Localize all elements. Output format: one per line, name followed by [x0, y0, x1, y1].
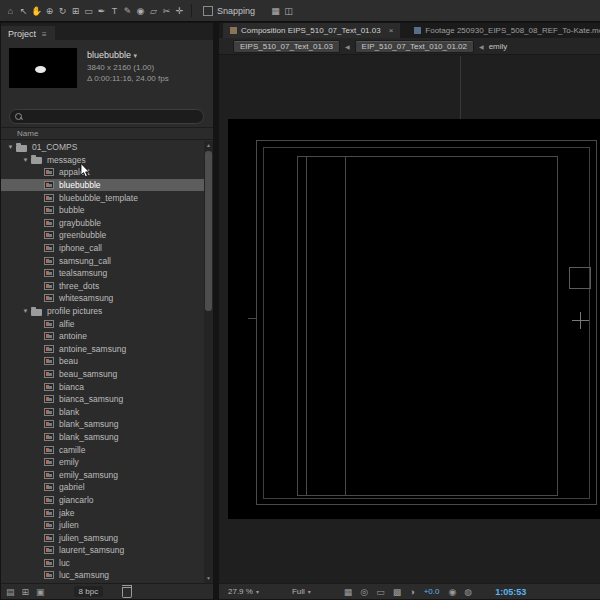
hand-tool-icon[interactable]: ✋ — [30, 3, 43, 19]
tree-item-samsung-call[interactable]: samsung_call — [1, 254, 204, 267]
exposure-value[interactable]: +0.0 — [424, 587, 440, 596]
tree-item-three-dots[interactable]: three_dots — [1, 280, 204, 293]
pan-behind-tool-icon[interactable]: ⊞ — [69, 3, 82, 19]
tree-item-blank-samsung[interactable]: blank_samsung — [1, 418, 204, 431]
resolution-dropdown[interactable]: Full — [292, 587, 311, 596]
eraser-tool-icon[interactable]: ▱ — [147, 3, 160, 19]
tree-item-bianca[interactable]: bianca — [1, 380, 204, 393]
tree-item-antoine-samsung[interactable]: antoine_samsung — [1, 343, 204, 356]
selected-item-name[interactable]: bluebubble ▾ — [87, 50, 137, 60]
twirl-down-icon[interactable]: ▼ — [20, 157, 31, 163]
tree-item-label: giancarlo — [59, 495, 94, 505]
twirl-down-icon[interactable]: ▼ — [5, 144, 16, 150]
tree-item-gabriel[interactable]: gabriel — [1, 481, 204, 494]
selection-tool-icon[interactable]: ↖ — [17, 3, 30, 19]
tree-item-emily[interactable]: emily — [1, 456, 204, 469]
tree-item-luc[interactable]: luc — [1, 557, 204, 570]
magnification-dropdown[interactable]: 27.9 % — [228, 587, 259, 596]
tree-item-beau-samsung[interactable]: beau_samsung — [1, 368, 204, 381]
tree-item-blank-samsung[interactable]: blank_samsung — [1, 431, 204, 444]
breadcrumb-item[interactable]: EIP_510_07_Text_010_01.02 — [355, 40, 474, 53]
tree-item-giancarlo[interactable]: giancarlo — [1, 494, 204, 507]
chevron-down-icon[interactable]: ▾ — [134, 52, 138, 59]
roto-brush-tool-icon[interactable]: ✂ — [160, 3, 173, 19]
zoom-tool-icon[interactable]: ⊕ — [43, 3, 56, 19]
tree-item-01-comps[interactable]: ▼01_COMPS — [1, 141, 204, 154]
composition-icon — [44, 483, 54, 491]
composition-tab-icon — [230, 27, 237, 34]
tree-item-appalert[interactable]: appalert — [1, 166, 204, 179]
composition-icon — [44, 546, 54, 554]
scroll-up-icon[interactable]: ▲ — [204, 141, 213, 150]
show-snapshot-icon[interactable]: ◍ — [464, 587, 472, 597]
delete-icon[interactable] — [122, 585, 132, 598]
take-snapshot-icon[interactable]: ◉ — [448, 587, 456, 597]
tree-item-bluebubble-template[interactable]: bluebubble_template — [1, 191, 204, 204]
tree-item-bianca-samsung[interactable]: bianca_samsung — [1, 393, 204, 406]
color-depth-button[interactable]: 8 bpc — [74, 586, 104, 597]
region-of-interest-icon[interactable]: ▭ — [376, 587, 385, 597]
tree-item-tealsamsung[interactable]: tealsamsung — [1, 267, 204, 280]
transparency-grid-icon[interactable]: ▩ — [393, 587, 402, 597]
shape-tool-icon[interactable]: ▭ — [82, 3, 95, 19]
tree-item-iphone-call[interactable]: iphone_call — [1, 242, 204, 255]
search-input[interactable] — [22, 112, 186, 122]
tree-item-jake[interactable]: jake — [1, 506, 204, 519]
tree-item-laurent-samsung[interactable]: laurent_samsung — [1, 544, 204, 557]
tree-item-whitesamsung[interactable]: whitesamsung — [1, 292, 204, 305]
mask-visibility-icon[interactable]: ◎ — [360, 587, 368, 597]
current-timecode[interactable]: 1:05:53 — [495, 587, 526, 597]
panel-menu-icon[interactable]: ≡ — [42, 30, 47, 39]
close-icon[interactable]: × — [389, 26, 394, 35]
tree-item-antoine[interactable]: antoine — [1, 330, 204, 343]
search-box[interactable] — [9, 109, 204, 124]
tab-footage[interactable]: Footage 250930_EIPS_508_08_REF_To-Kate.m… — [414, 26, 600, 35]
tree-item-camille[interactable]: camille — [1, 443, 204, 456]
snapping-options-icon[interactable]: ▦ — [269, 3, 282, 19]
composition-panel: Composition EIPS_510_07_Text_01.03 × Foo… — [219, 23, 600, 599]
home-icon[interactable]: ⌂ — [4, 3, 17, 19]
tab-composition[interactable]: Composition EIPS_510_07_Text_01.03 × — [223, 23, 400, 38]
tree-item-emily-samsung[interactable]: emily_samsung — [1, 468, 204, 481]
breadcrumb-item[interactable]: emily — [489, 42, 508, 51]
tree-item-greenbubble[interactable]: greenbubble — [1, 229, 204, 242]
grid-options-icon[interactable]: ◫ — [282, 3, 295, 19]
interpret-footage-icon[interactable]: ▤ — [6, 585, 15, 599]
name-column-header[interactable]: Name — [1, 127, 213, 140]
project-tab[interactable]: Project ≡ — [1, 26, 55, 43]
composition-icon — [44, 446, 54, 454]
tree-item-julien[interactable]: julien — [1, 519, 204, 532]
composition-icon — [44, 559, 54, 567]
clone-stamp-tool-icon[interactable]: ◉ — [134, 3, 147, 19]
new-folder-icon[interactable]: ⊞ — [22, 585, 30, 599]
brush-tool-icon[interactable]: ✎ — [121, 3, 134, 19]
tree-item-label: jake — [59, 508, 75, 518]
tree-item-luc-samsung[interactable]: luc_samsung — [1, 569, 204, 582]
snapping-checkbox[interactable] — [203, 6, 213, 16]
twirl-down-icon[interactable]: ▼ — [20, 308, 31, 314]
grid-and-guides-icon[interactable]: ▦ — [344, 587, 353, 597]
tree-item-graybubble[interactable]: graybubble — [1, 217, 204, 230]
type-tool-icon[interactable]: T — [108, 3, 121, 19]
scroll-down-icon[interactable]: ▼ — [204, 574, 213, 583]
pasteboard-guide-line — [460, 56, 461, 119]
puppet-tool-icon[interactable]: ✛ — [173, 3, 186, 19]
layer-outline-inner — [297, 156, 558, 496]
tree-item-messages[interactable]: ▼messages — [1, 154, 204, 167]
new-composition-icon[interactable]: ▣ — [36, 585, 45, 599]
breadcrumb-item[interactable]: EIPS_510_07_Text_01.03 — [233, 40, 340, 53]
pen-tool-icon[interactable]: ✒ — [95, 3, 108, 19]
tree-item-alfie[interactable]: alfie — [1, 317, 204, 330]
tree-item-julien-samsung[interactable]: julien_samsung — [1, 531, 204, 544]
orbit-camera-tool-icon[interactable]: ↻ — [56, 3, 69, 19]
tree-item-bluebubble[interactable]: bluebubble — [1, 179, 204, 192]
tree-item-profile-pictures[interactable]: ▼profile pictures — [1, 305, 204, 318]
composition-viewport[interactable] — [228, 119, 600, 519]
tree-item-blank[interactable]: blank — [1, 405, 204, 418]
project-scrollbar[interactable]: ▲ ▼ — [204, 141, 213, 583]
tree-item-bubble[interactable]: bubble — [1, 204, 204, 217]
tree-item-beau[interactable]: beau — [1, 355, 204, 368]
tree-item-label: emily — [59, 457, 79, 467]
scrollbar-thumb[interactable] — [205, 151, 212, 311]
show-channel-icon[interactable]: ◑ — [409, 587, 414, 597]
